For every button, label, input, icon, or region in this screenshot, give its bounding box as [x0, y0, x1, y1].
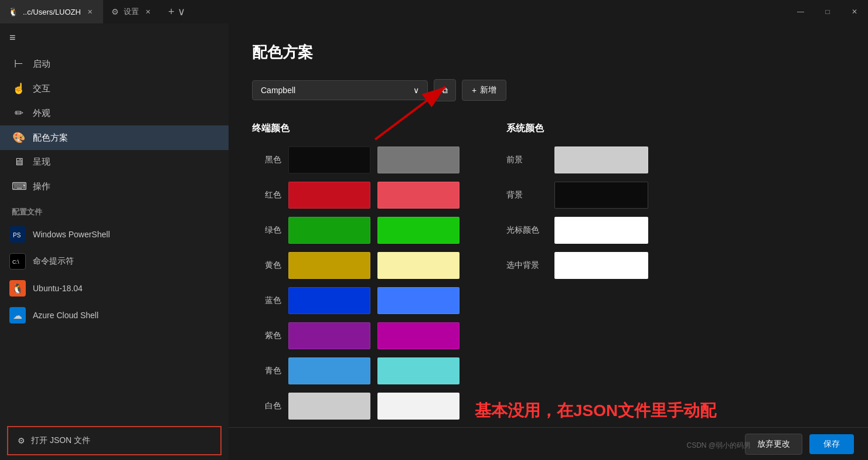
minimize-button[interactable]: —	[787, 0, 814, 23]
new-tab-icon: +	[168, 6, 175, 18]
new-tab-button[interactable]: + ∨	[161, 0, 193, 23]
sidebar-item-rendering-label: 呈现	[33, 156, 50, 168]
scheme-dropdown[interactable]: Campbell ∨	[252, 80, 428, 100]
interaction-icon: ☝	[12, 82, 26, 95]
profile-cmd[interactable]: C:\ 命令提示符	[0, 248, 229, 275]
sidebar-item-startup-label: 启动	[33, 59, 50, 70]
page-title: 配色方案	[252, 42, 845, 63]
color-label-cyan: 青色	[252, 366, 281, 376]
system-color-row-selection: 选中背景	[506, 252, 648, 279]
cmd-icon: C:\	[9, 253, 26, 270]
sidebar-top: ≡	[0, 23, 229, 52]
tab-settings-close[interactable]: ✕	[144, 7, 153, 16]
system-color-swatch-selection[interactable]	[554, 252, 648, 279]
system-color-swatch-bg[interactable]	[554, 182, 648, 209]
color-label-green: 绿色	[252, 225, 281, 236]
color-row-red: 红色	[252, 182, 459, 209]
azure-icon: ☁	[9, 307, 26, 323]
sidebar-item-colorscheme[interactable]: 🎨 配色方案	[0, 125, 229, 150]
scheme-copy-button[interactable]: ⧉	[434, 79, 456, 101]
scheme-dropdown-value: Campbell	[261, 86, 295, 95]
system-color-row-foreground: 前景	[506, 146, 648, 173]
sidebar-item-rendering[interactable]: 🖥 呈现	[0, 150, 229, 174]
tab-settings-label: 设置	[124, 6, 139, 17]
sidebar-item-startup[interactable]: ⊢ 启动	[0, 52, 229, 76]
system-color-swatch-cursor[interactable]	[554, 217, 648, 244]
color-row-black: 黑色	[252, 146, 459, 173]
sidebar-item-interaction[interactable]: ☝ 交互	[0, 76, 229, 101]
profile-azure[interactable]: ☁ Azure Cloud Shell	[0, 302, 229, 329]
maximize-button[interactable]: □	[814, 0, 841, 23]
color-row-green: 绿色	[252, 217, 459, 244]
sidebar-item-colorscheme-label: 配色方案	[33, 132, 68, 144]
sidebar-item-appearance[interactable]: ✏ 外观	[0, 101, 229, 125]
appearance-icon: ✏	[12, 107, 26, 120]
startup-icon: ⊢	[12, 57, 26, 70]
system-colors-section: 系统颜色 前景 背景 光标颜色 选中背景	[506, 122, 648, 428]
hamburger-icon[interactable]: ≡	[9, 32, 16, 44]
window-controls: — □ ✕	[787, 0, 868, 23]
open-json-icon: ⚙	[18, 436, 25, 445]
discard-button[interactable]: 放弃更改	[745, 434, 802, 455]
color-label-red: 红色	[252, 190, 281, 200]
color-swatch-blue-bright[interactable]	[377, 287, 459, 314]
color-label-purple: 紫色	[252, 330, 281, 341]
watermark: CSDN @弱小的码男	[686, 441, 751, 451]
color-label-white: 白色	[252, 401, 281, 411]
chevron-icon: ∨	[178, 5, 185, 18]
system-color-label-bg: 背景	[506, 190, 547, 200]
linux-icon: 🐧	[8, 7, 18, 16]
system-colors-title: 系统颜色	[506, 122, 648, 135]
color-swatch-cyan-dark[interactable]	[288, 357, 370, 384]
sidebar-item-actions-label: 操作	[33, 181, 50, 192]
terminal-colors-section: 终端颜色 黑色 红色 绿色 黄色	[252, 122, 459, 428]
color-swatch-cyan-bright[interactable]	[377, 357, 459, 384]
color-swatch-yellow-dark[interactable]	[288, 252, 370, 279]
save-button[interactable]: 保存	[809, 434, 854, 454]
color-swatch-black-dark[interactable]	[288, 146, 370, 173]
color-swatch-red-dark[interactable]	[288, 182, 370, 209]
profiles-section-label: 配置文件	[0, 199, 229, 221]
add-icon: +	[472, 86, 476, 95]
color-swatch-green-bright[interactable]	[377, 217, 459, 244]
profile-ubuntu[interactable]: 🐧 Ubuntu-18.04	[0, 275, 229, 302]
title-bar: 🐧 ..c/Users/LUOZH ✕ ⚙ 设置 ✕ + ∨ — □ ✕	[0, 0, 868, 23]
close-button[interactable]: ✕	[841, 0, 868, 23]
color-row-yellow: 黄色	[252, 252, 459, 279]
color-swatch-black-bright[interactable]	[377, 146, 459, 173]
profile-azure-label: Azure Cloud Shell	[33, 311, 98, 320]
profile-powershell-label: Windows PowerShell	[33, 230, 110, 239]
tab-terminal-close[interactable]: ✕	[86, 7, 95, 16]
sidebar: ≡ ⊢ 启动 ☝ 交互 ✏ 外观 🎨 配色方案 🖥 呈现 ⌨ 操作 配置文件	[0, 23, 229, 460]
color-swatch-white-dark[interactable]	[288, 393, 370, 420]
sidebar-item-appearance-label: 外观	[33, 108, 50, 119]
color-label-blue: 蓝色	[252, 295, 281, 306]
color-swatch-purple-dark[interactable]	[288, 322, 370, 349]
scheme-add-button[interactable]: + 新增	[462, 80, 506, 101]
color-label-yellow: 黄色	[252, 260, 281, 271]
profile-powershell[interactable]: PS Windows PowerShell	[0, 221, 229, 248]
color-swatch-purple-bright[interactable]	[377, 322, 459, 349]
chevron-down-icon: ∨	[413, 86, 419, 95]
color-swatch-green-dark[interactable]	[288, 217, 370, 244]
color-row-purple: 紫色	[252, 322, 459, 349]
color-row-blue: 蓝色	[252, 287, 459, 314]
colorscheme-icon: 🎨	[12, 131, 26, 144]
svg-text:C:\: C:\	[12, 259, 19, 265]
profile-cmd-label: 命令提示符	[33, 256, 74, 267]
color-row-cyan: 青色	[252, 357, 459, 384]
ubuntu-icon: 🐧	[9, 280, 26, 297]
color-swatch-yellow-bright[interactable]	[377, 252, 459, 279]
color-swatch-white-bright[interactable]	[377, 393, 459, 420]
color-swatch-blue-dark[interactable]	[288, 287, 370, 314]
copy-icon: ⧉	[442, 86, 448, 96]
color-swatch-red-bright[interactable]	[377, 182, 459, 209]
open-json-button[interactable]: ⚙ 打开 JSON 文件	[11, 430, 218, 452]
scheme-controls: Campbell ∨ ⧉ + 新增	[252, 79, 845, 101]
sidebar-item-actions[interactable]: ⌨ 操作	[0, 174, 229, 199]
tab-terminal[interactable]: 🐧 ..c/Users/LUOZH ✕	[0, 0, 103, 23]
system-color-row-cursor: 光标颜色	[506, 217, 648, 244]
system-color-swatch-fg[interactable]	[554, 146, 648, 173]
tab-settings[interactable]: ⚙ 设置 ✕	[103, 0, 161, 23]
sidebar-item-interaction-label: 交互	[33, 83, 50, 94]
